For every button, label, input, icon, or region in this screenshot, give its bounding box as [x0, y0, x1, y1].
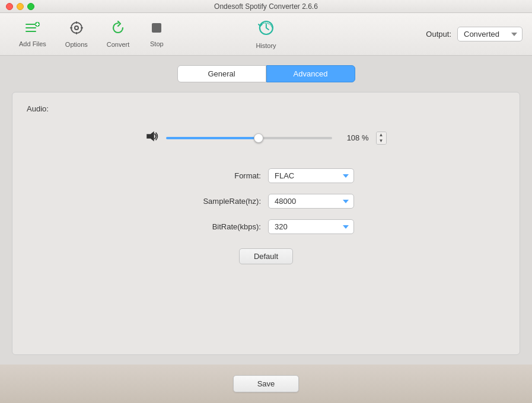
options-icon	[69, 21, 84, 39]
history-button[interactable]: History	[246, 15, 285, 54]
volume-track	[166, 137, 332, 139]
bitrate-row: BitRate(kbps): 320 256 192 128 96	[27, 219, 505, 234]
convert-icon	[111, 21, 125, 39]
bitrate-label: BitRate(kbps):	[178, 222, 261, 231]
default-button[interactable]: Default	[239, 248, 293, 264]
convert-label: Convert	[107, 41, 130, 48]
svg-rect-8	[76, 21, 77, 24]
volume-thumb[interactable]	[254, 133, 263, 143]
minimize-button[interactable]	[17, 3, 24, 10]
convert-button[interactable]: Convert	[97, 16, 139, 53]
window-controls	[6, 3, 34, 10]
svg-point-7	[75, 26, 78, 30]
audio-section-title: Audio:	[27, 104, 505, 113]
volume-row: ▲ ▼	[27, 131, 505, 145]
volume-icon	[146, 131, 159, 145]
options-button[interactable]: Options	[56, 16, 97, 53]
svg-rect-2	[26, 31, 36, 32]
volume-slider[interactable]	[166, 132, 332, 144]
add-files-button[interactable]: Add Files	[9, 17, 56, 52]
volume-stepper[interactable]: ▲ ▼	[376, 132, 387, 145]
stop-icon	[150, 21, 163, 38]
advanced-panel: Audio: ▲ ▼ Format:	[12, 92, 520, 355]
samplerate-label: SampleRate(hz):	[178, 197, 261, 206]
svg-rect-0	[26, 24, 36, 25]
format-select[interactable]: FLAC MP3 AAC WAV OGG	[268, 168, 354, 183]
content-area: General Advanced Audio: ▲ ▼	[0, 56, 532, 364]
title-bar: Ondesoft Spotify Converter 2.6.6	[0, 0, 532, 13]
close-button[interactable]	[6, 3, 13, 10]
volume-stepper-down[interactable]: ▼	[377, 138, 386, 144]
options-label: Options	[65, 41, 88, 48]
output-area: Output: Converted Downloads Desktop Cust…	[426, 27, 523, 41]
svg-rect-11	[81, 27, 83, 28]
output-select[interactable]: Converted Downloads Desktop Custom...	[457, 27, 523, 41]
footer: Save	[0, 364, 532, 403]
bitrate-select[interactable]: 320 256 192 128 96	[268, 219, 354, 234]
svg-point-6	[71, 23, 82, 33]
history-label: History	[256, 42, 276, 49]
volume-stepper-up[interactable]: ▲	[377, 132, 386, 138]
toolbar: Add Files Options Convert	[0, 13, 532, 56]
window-title: Ondesoft Spotify Converter 2.6.6	[214, 2, 318, 11]
format-label: Format:	[178, 171, 261, 180]
samplerate-select[interactable]: 48000 44100 22050 11025	[268, 194, 354, 209]
svg-rect-9	[76, 32, 77, 34]
save-button[interactable]: Save	[233, 375, 300, 392]
samplerate-row: SampleRate(hz): 48000 44100 22050 11025	[27, 194, 505, 209]
tab-advanced[interactable]: Advanced	[266, 65, 355, 82]
tab-general[interactable]: General	[177, 65, 266, 82]
svg-marker-14	[147, 132, 154, 140]
default-btn-row: Default	[27, 248, 505, 264]
svg-rect-1	[26, 27, 36, 28]
add-files-label: Add Files	[19, 40, 46, 47]
svg-rect-5	[36, 24, 39, 25]
svg-rect-10	[70, 27, 72, 28]
stop-label: Stop	[150, 40, 164, 47]
output-label: Output:	[426, 30, 451, 39]
maximize-button[interactable]	[27, 3, 34, 10]
stop-button[interactable]: Stop	[139, 17, 174, 52]
volume-input[interactable]	[339, 133, 369, 142]
format-row: Format: FLAC MP3 AAC WAV OGG	[27, 168, 505, 183]
svg-rect-12	[152, 23, 161, 33]
add-files-icon	[26, 21, 40, 38]
history-icon	[257, 20, 274, 40]
tab-bar: General Advanced	[12, 65, 520, 82]
